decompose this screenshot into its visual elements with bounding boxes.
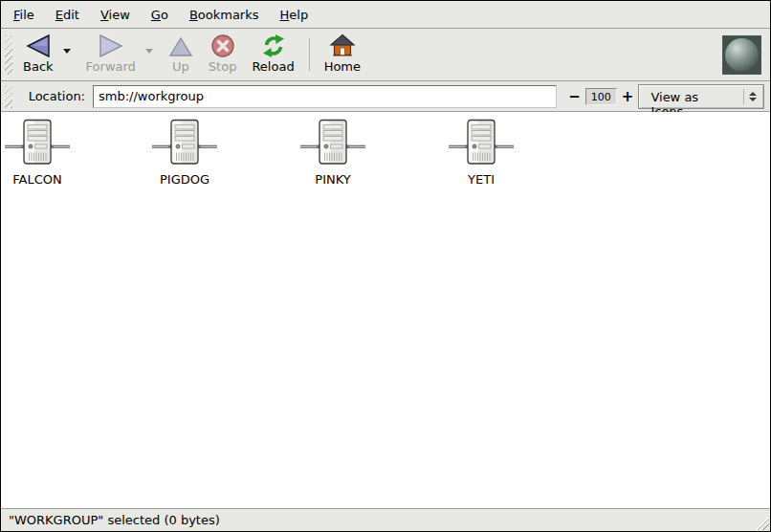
forward-label: Forward	[86, 59, 136, 74]
menu-bar: File Edit View Go Bookmarks Help	[1, 1, 770, 29]
forward-history-dropdown-icon[interactable]	[145, 49, 153, 54]
forward-arrow-icon	[98, 33, 124, 58]
status-text: "WORKGROUP" selected (0 bytes)	[9, 513, 220, 527]
toolbar-separator	[309, 38, 310, 71]
toolbar-grip[interactable]	[5, 34, 12, 75]
menu-view[interactable]: View	[90, 3, 141, 27]
view-as-label: View as Icons	[639, 85, 741, 108]
up-button[interactable]: Up	[161, 31, 201, 78]
file-manager-window: File Edit View Go Bookmarks Help Back Fo…	[0, 0, 771, 532]
reload-icon	[260, 33, 287, 58]
file-item-pinky[interactable]: PINKY	[297, 119, 369, 187]
file-item-pigdog[interactable]: PIGDOG	[148, 119, 221, 187]
up-label: Up	[172, 59, 189, 74]
back-arrow-icon	[25, 33, 52, 58]
menu-help[interactable]: Help	[270, 3, 319, 27]
home-button[interactable]: Home	[317, 31, 368, 78]
location-label: Location:	[29, 89, 85, 103]
network-server-icon	[150, 119, 219, 166]
view-as-selector[interactable]: View as Icons	[638, 84, 764, 109]
throbber	[722, 35, 761, 75]
reload-label: Reload	[252, 59, 294, 74]
back-history-dropdown-icon[interactable]	[63, 49, 71, 54]
zoom-out-button[interactable]: −	[563, 88, 585, 105]
file-label: PIGDOG	[148, 172, 221, 187]
home-icon	[329, 33, 356, 58]
dropdown-arrows-icon	[743, 89, 761, 104]
stop-label: Stop	[209, 59, 237, 74]
menu-bookmarks[interactable]: Bookmarks	[179, 3, 270, 27]
reload-button[interactable]: Reload	[244, 31, 301, 78]
menu-file[interactable]: File	[3, 3, 45, 27]
forward-button[interactable]: Forward	[78, 31, 143, 78]
icon-view[interactable]: FALCON PIGDOG	[1, 112, 770, 508]
zoom-level-indicator[interactable]: 100	[585, 88, 617, 105]
file-label: YETI	[445, 172, 518, 187]
file-label: FALCON	[1, 172, 74, 187]
network-server-icon	[447, 119, 516, 166]
zoom-in-button[interactable]: +	[617, 88, 639, 105]
back-label: Back	[23, 59, 54, 74]
location-input[interactable]	[93, 85, 557, 108]
network-server-icon	[3, 119, 72, 166]
up-arrow-icon	[168, 34, 193, 58]
status-bar: "WORKGROUP" selected (0 bytes)	[1, 508, 770, 531]
menu-edit[interactable]: Edit	[45, 3, 90, 27]
file-item-yeti[interactable]: YETI	[445, 119, 518, 187]
stop-button[interactable]: Stop	[201, 31, 245, 78]
resize-grip-icon[interactable]	[753, 514, 769, 530]
stop-icon	[210, 33, 235, 58]
file-item-falcon[interactable]: FALCON	[1, 119, 74, 187]
toolbar: Back Forward Up Stop	[1, 29, 770, 81]
file-label: PINKY	[297, 172, 369, 187]
location-bar-grip[interactable]	[5, 85, 12, 108]
home-label: Home	[324, 59, 361, 74]
network-server-icon	[298, 119, 367, 166]
back-button[interactable]: Back	[15, 31, 61, 78]
menu-go[interactable]: Go	[141, 3, 179, 27]
globe-throbber-icon	[725, 38, 759, 72]
location-bar: Location: − 100 + View as Icons	[1, 81, 770, 112]
